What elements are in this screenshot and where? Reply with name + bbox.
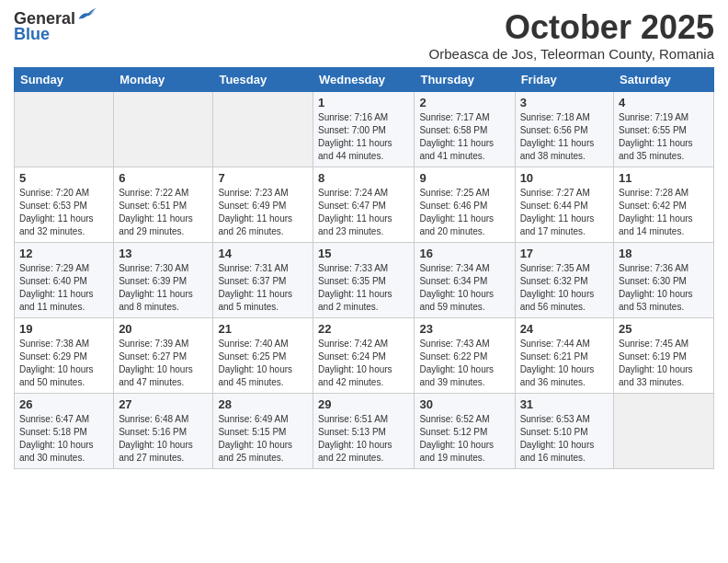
calendar-cell: 11Sunrise: 7:28 AM Sunset: 6:42 PM Dayli… — [614, 167, 714, 242]
day-number: 18 — [619, 247, 709, 260]
calendar-cell: 19Sunrise: 7:38 AM Sunset: 6:29 PM Dayli… — [15, 317, 114, 393]
calendar-cell: 8Sunrise: 7:24 AM Sunset: 6:47 PM Daylig… — [313, 167, 415, 242]
calendar-cell: 20Sunrise: 7:39 AM Sunset: 6:27 PM Dayli… — [114, 317, 213, 393]
day-info: Sunrise: 7:40 AM Sunset: 6:25 PM Dayligh… — [218, 338, 308, 389]
day-info: Sunrise: 7:22 AM Sunset: 6:51 PM Dayligh… — [119, 187, 208, 238]
day-number: 23 — [419, 322, 509, 336]
day-info: Sunrise: 7:31 AM Sunset: 6:37 PM Dayligh… — [218, 262, 308, 314]
day-info: Sunrise: 7:25 AM Sunset: 6:46 PM Dayligh… — [419, 187, 509, 238]
day-info: Sunrise: 6:52 AM Sunset: 5:12 PM Dayligh… — [419, 413, 509, 465]
day-number: 5 — [19, 171, 108, 185]
day-info: Sunrise: 7:28 AM Sunset: 6:42 PM Dayligh… — [619, 187, 709, 238]
day-info: Sunrise: 7:35 AM Sunset: 6:32 PM Dayligh… — [520, 262, 609, 314]
calendar-cell — [614, 393, 714, 468]
calendar-week-5: 26Sunrise: 6:47 AM Sunset: 5:18 PM Dayli… — [15, 393, 714, 468]
header: General Blue October 2025 Orbeasca de Jo… — [14, 9, 714, 62]
title-area: October 2025 Orbeasca de Jos, Teleorman … — [429, 9, 714, 62]
day-number: 31 — [520, 397, 609, 411]
day-number: 13 — [119, 247, 208, 260]
day-info: Sunrise: 7:17 AM Sunset: 6:58 PM Dayligh… — [419, 111, 509, 163]
calendar-week-4: 19Sunrise: 7:38 AM Sunset: 6:29 PM Dayli… — [15, 317, 714, 393]
day-number: 3 — [520, 96, 609, 109]
day-info: Sunrise: 7:23 AM Sunset: 6:49 PM Dayligh… — [218, 187, 308, 238]
day-info: Sunrise: 7:27 AM Sunset: 6:44 PM Dayligh… — [520, 187, 609, 238]
calendar-cell: 21Sunrise: 7:40 AM Sunset: 6:25 PM Dayli… — [213, 317, 313, 393]
day-number: 21 — [218, 322, 308, 336]
day-info: Sunrise: 6:51 AM Sunset: 5:13 PM Dayligh… — [318, 413, 409, 465]
calendar-cell: 29Sunrise: 6:51 AM Sunset: 5:13 PM Dayli… — [313, 393, 415, 468]
calendar-cell: 25Sunrise: 7:45 AM Sunset: 6:19 PM Dayli… — [614, 317, 714, 393]
day-info: Sunrise: 7:42 AM Sunset: 6:24 PM Dayligh… — [318, 338, 409, 389]
calendar-cell: 23Sunrise: 7:43 AM Sunset: 6:22 PM Dayli… — [415, 317, 515, 393]
weekday-header-row: SundayMondayTuesdayWednesdayThursdayFrid… — [15, 67, 714, 91]
calendar-week-3: 12Sunrise: 7:29 AM Sunset: 6:40 PM Dayli… — [15, 242, 714, 317]
day-info: Sunrise: 7:16 AM Sunset: 7:00 PM Dayligh… — [318, 111, 409, 163]
day-number: 30 — [419, 397, 509, 411]
day-number: 7 — [218, 171, 308, 185]
day-info: Sunrise: 6:53 AM Sunset: 5:10 PM Dayligh… — [520, 413, 609, 465]
logo-blue: Blue — [14, 25, 50, 44]
day-number: 4 — [619, 96, 709, 109]
calendar-cell — [15, 91, 114, 167]
calendar-week-2: 5Sunrise: 7:20 AM Sunset: 6:53 PM Daylig… — [15, 167, 714, 242]
day-info: Sunrise: 7:30 AM Sunset: 6:39 PM Dayligh… — [119, 262, 208, 314]
day-info: Sunrise: 7:20 AM Sunset: 6:53 PM Dayligh… — [19, 187, 108, 238]
calendar-cell — [114, 91, 213, 167]
calendar-cell: 17Sunrise: 7:35 AM Sunset: 6:32 PM Dayli… — [515, 242, 613, 317]
calendar-cell: 26Sunrise: 6:47 AM Sunset: 5:18 PM Dayli… — [15, 393, 114, 468]
month-title: October 2025 — [429, 9, 714, 46]
calendar-cell: 13Sunrise: 7:30 AM Sunset: 6:39 PM Dayli… — [114, 242, 213, 317]
day-info: Sunrise: 7:44 AM Sunset: 6:21 PM Dayligh… — [520, 338, 609, 389]
calendar-cell: 9Sunrise: 7:25 AM Sunset: 6:46 PM Daylig… — [415, 167, 515, 242]
calendar-cell: 5Sunrise: 7:20 AM Sunset: 6:53 PM Daylig… — [15, 167, 114, 242]
day-info: Sunrise: 7:19 AM Sunset: 6:55 PM Dayligh… — [619, 111, 709, 163]
weekday-header-wednesday: Wednesday — [313, 67, 415, 91]
weekday-header-monday: Monday — [114, 67, 213, 91]
day-number: 8 — [318, 171, 409, 185]
calendar-cell: 7Sunrise: 7:23 AM Sunset: 6:49 PM Daylig… — [213, 167, 313, 242]
day-info: Sunrise: 7:36 AM Sunset: 6:30 PM Dayligh… — [619, 262, 709, 314]
day-info: Sunrise: 6:48 AM Sunset: 5:16 PM Dayligh… — [119, 413, 208, 465]
day-number: 1 — [318, 96, 409, 109]
weekday-header-tuesday: Tuesday — [213, 67, 313, 91]
day-number: 29 — [318, 397, 409, 411]
day-number: 19 — [19, 322, 108, 336]
calendar-cell: 18Sunrise: 7:36 AM Sunset: 6:30 PM Dayli… — [614, 242, 714, 317]
day-info: Sunrise: 7:45 AM Sunset: 6:19 PM Dayligh… — [619, 338, 709, 389]
calendar-cell: 3Sunrise: 7:18 AM Sunset: 6:56 PM Daylig… — [515, 91, 613, 167]
day-number: 16 — [419, 247, 509, 260]
calendar-cell — [213, 91, 313, 167]
calendar-cell: 14Sunrise: 7:31 AM Sunset: 6:37 PM Dayli… — [213, 242, 313, 317]
calendar-cell: 30Sunrise: 6:52 AM Sunset: 5:12 PM Dayli… — [415, 393, 515, 468]
calendar-cell: 15Sunrise: 7:33 AM Sunset: 6:35 PM Dayli… — [313, 242, 415, 317]
day-info: Sunrise: 6:49 AM Sunset: 5:15 PM Dayligh… — [218, 413, 308, 465]
logo: General Blue — [14, 9, 97, 44]
day-info: Sunrise: 7:39 AM Sunset: 6:27 PM Dayligh… — [119, 338, 208, 389]
day-number: 10 — [520, 171, 609, 185]
calendar-cell: 12Sunrise: 7:29 AM Sunset: 6:40 PM Dayli… — [15, 242, 114, 317]
calendar-cell: 1Sunrise: 7:16 AM Sunset: 7:00 PM Daylig… — [313, 91, 415, 167]
day-number: 14 — [218, 247, 308, 260]
day-number: 2 — [419, 96, 509, 109]
weekday-header-friday: Friday — [515, 67, 613, 91]
day-number: 27 — [119, 397, 208, 411]
day-number: 6 — [119, 171, 208, 185]
location-subtitle: Orbeasca de Jos, Teleorman County, Roman… — [429, 46, 714, 62]
day-number: 17 — [520, 247, 609, 260]
day-info: Sunrise: 7:38 AM Sunset: 6:29 PM Dayligh… — [19, 338, 108, 389]
calendar-cell: 10Sunrise: 7:27 AM Sunset: 6:44 PM Dayli… — [515, 167, 613, 242]
weekday-header-saturday: Saturday — [614, 67, 714, 91]
calendar-cell: 24Sunrise: 7:44 AM Sunset: 6:21 PM Dayli… — [515, 317, 613, 393]
day-info: Sunrise: 7:43 AM Sunset: 6:22 PM Dayligh… — [419, 338, 509, 389]
calendar-cell: 4Sunrise: 7:19 AM Sunset: 6:55 PM Daylig… — [614, 91, 714, 167]
day-number: 24 — [520, 322, 609, 336]
day-info: Sunrise: 7:24 AM Sunset: 6:47 PM Dayligh… — [318, 187, 409, 238]
calendar-week-1: 1Sunrise: 7:16 AM Sunset: 7:00 PM Daylig… — [15, 91, 714, 167]
day-number: 12 — [19, 247, 108, 260]
day-info: Sunrise: 7:29 AM Sunset: 6:40 PM Dayligh… — [19, 262, 108, 314]
weekday-header-thursday: Thursday — [415, 67, 515, 91]
day-number: 26 — [19, 397, 108, 411]
day-number: 25 — [619, 322, 709, 336]
day-number: 28 — [218, 397, 308, 411]
calendar-cell: 6Sunrise: 7:22 AM Sunset: 6:51 PM Daylig… — [114, 167, 213, 242]
